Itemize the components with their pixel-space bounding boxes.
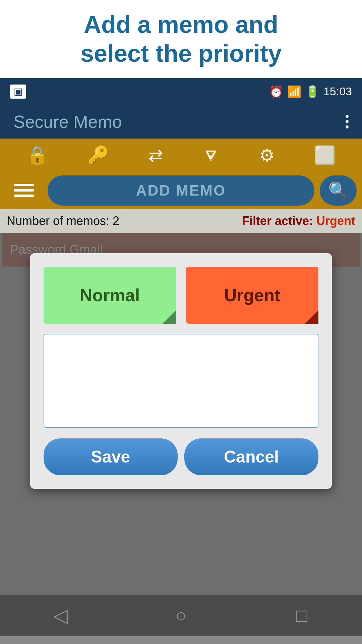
filter-label: Filter active: <box>242 214 313 228</box>
search-icon: 🔍 <box>328 181 348 200</box>
priority-urgent-button[interactable]: Urgent <box>186 267 318 324</box>
memo-count: Number of memos: 2 <box>7 214 119 228</box>
cancel-button[interactable]: Cancel <box>184 438 318 475</box>
instruction-header: Add a memo and select the priority <box>0 0 362 78</box>
filter-status: Filter active: Urgent <box>242 214 355 228</box>
instruction-text: Add a memo and select the priority <box>13 10 349 68</box>
key-icon[interactable]: 🔑 <box>87 145 109 165</box>
memo-text-input[interactable] <box>44 334 318 428</box>
filter-value: Urgent <box>316 214 355 228</box>
phone-frame: ⏰ 📶 🔋 15:03 Secure Memo 🔒 🔑 ⇄ ⛛ ⚙ ⬜ ADD … <box>0 78 362 636</box>
battery-icon: 🔋 <box>305 85 319 98</box>
priority-normal-button[interactable]: Normal <box>44 267 176 324</box>
notification-icon <box>10 85 26 99</box>
clock: 15:03 <box>323 85 352 98</box>
settings-icon[interactable]: ⚙ <box>259 145 275 165</box>
swap-icon[interactable]: ⇄ <box>148 145 163 165</box>
save-button[interactable]: Save <box>44 438 178 475</box>
dialog-buttons: Save Cancel <box>44 438 318 475</box>
info-bar: Number of memos: 2 Filter active: Urgent <box>0 209 362 233</box>
action-bar: ADD MEMO 🔍 <box>0 172 362 209</box>
search-button[interactable]: 🔍 <box>320 175 357 206</box>
priority-row: Normal Urgent <box>44 267 318 324</box>
toolbar: 🔒 🔑 ⇄ ⛛ ⚙ ⬜ <box>0 139 362 172</box>
dialog-overlay: Normal Urgent Save Cancel <box>0 233 362 636</box>
export-icon[interactable]: ⬜ <box>314 145 336 165</box>
app-bar: Secure Memo <box>0 105 362 139</box>
signal-icon: 📶 <box>287 85 301 98</box>
more-menu-button[interactable] <box>346 115 349 128</box>
filter-icon[interactable]: ⛛ <box>202 145 220 165</box>
content-area: Password Gmail Normal Urgent Save Cancel <box>0 233 362 636</box>
app-title: Secure Memo <box>13 112 122 132</box>
menu-button[interactable] <box>5 175 42 206</box>
add-memo-button[interactable]: ADD MEMO <box>48 175 314 206</box>
lock-icon[interactable]: 🔒 <box>26 145 48 165</box>
alarm-icon: ⏰ <box>269 85 283 98</box>
add-memo-dialog: Normal Urgent Save Cancel <box>30 253 332 489</box>
status-bar: ⏰ 📶 🔋 15:03 <box>0 78 362 105</box>
